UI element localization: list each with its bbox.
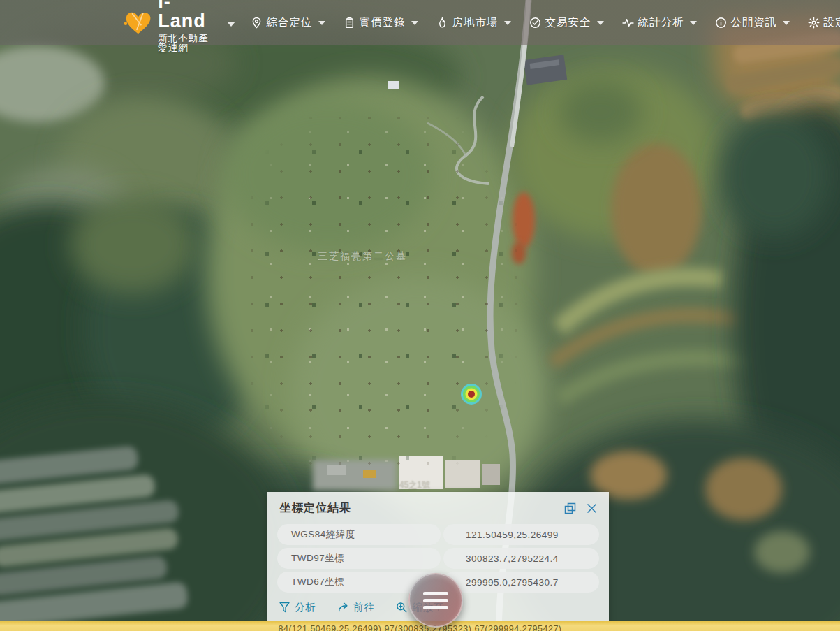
panel-title: 坐標定位結果 bbox=[280, 501, 564, 516]
hamburger-icon bbox=[423, 592, 448, 595]
main-menu: 綜合定位 實價登錄 房地市場 bbox=[251, 15, 840, 30]
coord-value: 121.50459,25.26499 bbox=[443, 524, 599, 545]
iland-heart-logo-icon bbox=[123, 4, 152, 42]
logo-caret-icon[interactable] bbox=[227, 17, 235, 29]
cursor-coordinates-text: 84(121.50469,25.26499) 97(300835,2795323… bbox=[278, 624, 561, 631]
action-label: 前往 bbox=[353, 601, 375, 614]
menu-item-public-info[interactable]: 公開資訊 bbox=[715, 15, 790, 30]
gear-icon bbox=[808, 17, 820, 29]
table-row: WGS84經緯度 121.50459,25.26499 bbox=[277, 524, 599, 545]
flame-icon bbox=[436, 17, 448, 29]
go-to-button[interactable]: 前往 bbox=[337, 601, 375, 614]
panel-header: 坐標定位結果 bbox=[267, 492, 609, 523]
logo-subtitle: 新北不動產愛連網 bbox=[158, 34, 216, 52]
menu-label: 綜合定位 bbox=[267, 15, 313, 30]
analyze-button[interactable]: 分析 bbox=[279, 601, 316, 614]
coord-value: 300823.7,2795224.4 bbox=[443, 548, 599, 569]
top-navbar: I-Land 新北不動產愛連網 綜合定位 實價登錄 bbox=[0, 0, 840, 45]
menu-label: 公開資訊 bbox=[731, 15, 777, 30]
map-address-label: 45之1號 bbox=[399, 479, 430, 491]
iland-map-app: 三芝福甍第二公墓 45之1號 I-Land 新北不動產愛連網 bbox=[0, 0, 840, 631]
menu-item-transaction-safety[interactable]: 交易安全 bbox=[529, 15, 604, 30]
menu-label: 房地市場 bbox=[452, 15, 499, 30]
menu-item-housing-market[interactable]: 房地市場 bbox=[436, 15, 511, 30]
popout-window-icon[interactable] bbox=[564, 502, 576, 514]
clipboard-icon bbox=[344, 17, 355, 29]
action-label: 分析 bbox=[295, 601, 316, 614]
menu-label: 實價登錄 bbox=[360, 15, 406, 30]
filter-funnel-icon bbox=[279, 602, 290, 614]
menu-label: 統計分析 bbox=[638, 15, 684, 30]
coord-system-label: WGS84經緯度 bbox=[277, 524, 441, 545]
pulse-icon bbox=[622, 17, 634, 29]
table-row: TWD97坐標 300823.7,2795224.4 bbox=[277, 548, 599, 569]
info-circle-icon bbox=[715, 17, 727, 29]
zoom-to-icon bbox=[396, 602, 408, 614]
menu-item-settings[interactable]: 設定 bbox=[808, 15, 840, 30]
menu-item-positioning[interactable]: 綜合定位 bbox=[251, 15, 325, 30]
menu-item-statistics[interactable]: 統計分析 bbox=[622, 15, 697, 30]
check-circle-icon bbox=[529, 17, 541, 29]
coord-value: 299995.0,2795430.7 bbox=[443, 572, 599, 593]
floating-menu-button[interactable] bbox=[408, 573, 463, 628]
location-pin-icon bbox=[251, 17, 263, 29]
menu-item-price-registration[interactable]: 實價登錄 bbox=[344, 15, 418, 30]
cemetery-speckle-texture bbox=[237, 105, 517, 482]
map-place-label: 三芝福甍第二公墓 bbox=[318, 250, 407, 263]
coord-system-label: TWD97坐標 bbox=[277, 548, 441, 569]
close-icon[interactable] bbox=[586, 502, 598, 514]
logo-title: I-Land bbox=[158, 0, 216, 31]
menu-label: 交易安全 bbox=[545, 15, 591, 30]
marker-bullseye-icon bbox=[468, 391, 475, 398]
logo[interactable]: I-Land 新北不動產愛連網 bbox=[123, 0, 235, 52]
menu-label: 設定 bbox=[824, 15, 840, 30]
location-result-marker[interactable] bbox=[463, 386, 480, 402]
go-to-arrow-icon bbox=[337, 602, 349, 614]
